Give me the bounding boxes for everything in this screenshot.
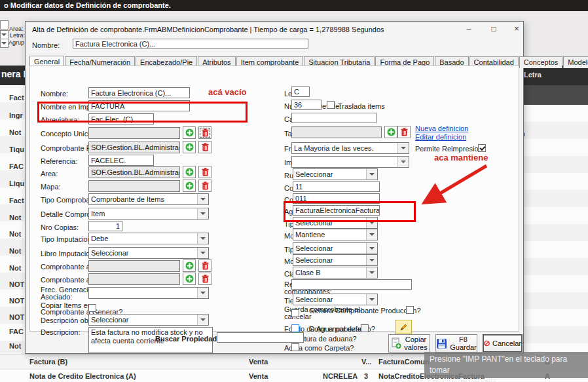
- mapa-input[interactable]: [88, 180, 180, 192]
- mapa-add-button[interactable]: [183, 180, 196, 192]
- libro-imputacion-label: Libro Imputacion:: [41, 250, 96, 258]
- referencia-input[interactable]: FACELEC.: [88, 155, 154, 166]
- background-area-input[interactable]: [0, 20, 9, 29]
- grid-cell-fragment[interactable]: Not: [9, 230, 21, 238]
- concepto-unico-label: Concepto Unico:: [41, 130, 94, 138]
- tipo-comprobante-select[interactable]: Comprobante de Items: [88, 193, 209, 205]
- permite-reimpresion-label: Permite Reimpresion:: [415, 145, 485, 153]
- talonario-input[interactable]: [291, 126, 382, 138]
- grid-cell-fragment[interactable]: Not: [9, 264, 21, 272]
- ref-posibles-input[interactable]: [291, 279, 412, 290]
- concepto-unico-delete-button[interactable]: [198, 126, 211, 139]
- frecuencia-impresion-select[interactable]: La Mayoria de las veces.: [291, 142, 409, 154]
- libro-imputacion-select[interactable]: Seleccionar: [88, 247, 209, 259]
- actua-carpeta-checkbox[interactable]: [291, 343, 299, 351]
- nro-copias-input[interactable]: 1: [88, 221, 122, 231]
- tab-modelos-impresion[interactable]: Modelos/Impresion: [563, 56, 588, 68]
- grid-cell-fragment[interactable]: Not: [9, 214, 21, 221]
- grid-column-letra[interactable]: Letra: [524, 71, 542, 79]
- concepto-unico-input[interactable]: [88, 127, 180, 139]
- grid-cell-fragment[interactable]: Tiqu: [9, 145, 24, 153]
- maximize-button[interactable]: □: [484, 24, 504, 35]
- background-agrup-label: Agrup: [9, 39, 24, 46]
- chevron-down-icon: [397, 143, 409, 153]
- buscar-propiedad-input[interactable]: [217, 332, 304, 343]
- comprobante-padre-input[interactable]: SOF.Gestion.BL.Administracio: [88, 142, 180, 153]
- area-add-button[interactable]: [183, 166, 196, 178]
- talonario-add-button[interactable]: [384, 126, 397, 138]
- mov-stock-destino-select[interactable]: Seleccionar: [293, 254, 378, 266]
- comprobante-cambiar-input[interactable]: [88, 273, 180, 285]
- mov-stock-origen-select[interactable]: Mantiene: [293, 229, 378, 240]
- codigo-input[interactable]: 11: [293, 181, 380, 192]
- comprobante-cambiar-delete-button[interactable]: [198, 273, 211, 285]
- grid-cell-fragment[interactable]: Not: [9, 342, 21, 350]
- frec-generacion-select[interactable]: [88, 287, 209, 299]
- comprobante-padre-delete-button[interactable]: [198, 141, 211, 153]
- comprobante-generar-delete-button[interactable]: [198, 259, 211, 272]
- minimize-button[interactable]: –: [459, 24, 479, 35]
- plus-circle-icon: [185, 128, 194, 137]
- concepto-unico-add-button[interactable]: [183, 126, 196, 139]
- referencia-label: Referencia:: [41, 157, 77, 165]
- imprime-adjuntos-select[interactable]: [291, 156, 409, 168]
- plus-circle-icon: [185, 275, 194, 283]
- detalle-comprobante-select[interactable]: Item: [88, 208, 209, 220]
- plus-circle-icon: [185, 261, 194, 270]
- mapa-delete-button[interactable]: [198, 180, 211, 192]
- tipo-imputacion-select[interactable]: Debe: [88, 233, 209, 244]
- fondo-agua-checkbox[interactable]: [291, 324, 299, 332]
- comprobante-generar-input[interactable]: [88, 260, 180, 272]
- area-delete-button[interactable]: [198, 166, 211, 178]
- nombre-input[interactable]: Factura Electronica (C)...: [88, 87, 190, 98]
- letra-input[interactable]: C: [291, 86, 310, 97]
- grid-cell-fragment[interactable]: NOT: [9, 313, 24, 321]
- grid-cell-fragment[interactable]: FAC: [9, 162, 24, 170]
- grid-cell-fragment[interactable]: Fact: [9, 94, 24, 102]
- grid-cell-fragment[interactable]: Fact: [9, 197, 24, 204]
- comprobante-generar-add-button[interactable]: [183, 259, 196, 272]
- trash-icon: [202, 143, 209, 151]
- grid-cell-fragment[interactable]: Ingr: [9, 111, 23, 119]
- grid-cell-fragment[interactable]: NOT: [9, 280, 24, 288]
- color-encabezado-edit-button[interactable]: [395, 320, 412, 334]
- grid-cell-fragment[interactable]: Not: [9, 247, 21, 255]
- tiene-prioridad-select[interactable]: Seleccionar: [293, 294, 378, 305]
- editar-definicion-link[interactable]: Editar definicion: [415, 133, 466, 141]
- nueva-definicion-link[interactable]: Nueva definicion: [415, 124, 468, 132]
- num-max-input[interactable]: 36: [291, 100, 322, 110]
- comprobante-padre-add-button[interactable]: [183, 141, 196, 153]
- copiar-items-checkbox[interactable]: [88, 304, 96, 312]
- guarda-comprobante-checkbox[interactable]: [291, 309, 299, 317]
- grid-cell-fragment[interactable]: Not: [9, 128, 21, 136]
- trash-icon: [202, 128, 209, 137]
- cancelar-button[interactable]: Cancelar: [483, 334, 523, 353]
- background-agrup-combo[interactable]: [0, 39, 9, 48]
- traslada-items-checkbox[interactable]: [327, 101, 335, 109]
- cancelar-label: Cancelar: [492, 339, 521, 347]
- color-encabezado-swatch[interactable]: [361, 324, 369, 332]
- nombre-dialog-input[interactable]: Factura Electronica (C)...: [73, 39, 308, 48]
- comprobante-cambiar-add-button[interactable]: [183, 273, 196, 285]
- descripcion-obligada-value: Seleccionar: [89, 316, 197, 324]
- frecuencia-impresion-value: La Mayoria de las veces.: [292, 144, 397, 152]
- chevron-down-icon: [1, 33, 7, 36]
- genera-produccion-checkbox[interactable]: [406, 306, 414, 314]
- descripcion-obligada-select[interactable]: Seleccionar: [88, 314, 209, 326]
- grid-cell-fragment[interactable]: Liqu: [9, 180, 24, 187]
- grid-cell-fragment[interactable]: NOT: [9, 297, 24, 305]
- background-letra-combo[interactable]: [0, 30, 9, 39]
- close-button[interactable]: ×: [507, 24, 526, 35]
- tipo-almacen-destino-select[interactable]: Seleccionar: [293, 242, 378, 254]
- clasificacion-select[interactable]: Clase B: [293, 267, 378, 278]
- area-input[interactable]: SOF.Gestion.BL.Administracio: [88, 166, 180, 178]
- rubro-select[interactable]: Seleccionar: [293, 168, 378, 180]
- guardar-button[interactable]: F8 Guardar: [435, 334, 477, 353]
- cantidad-item-input[interactable]: [291, 113, 377, 123]
- permite-reimpresion-checkbox[interactable]: [478, 144, 486, 152]
- talonario-delete-button[interactable]: [397, 126, 411, 138]
- grid-cell-fragment[interactable]: FAC: [9, 328, 24, 335]
- nombre-label: Nombre:: [41, 90, 68, 98]
- tab-conceptos[interactable]: Conceptos: [519, 56, 563, 68]
- copiar-valores-button[interactable]: Copiar valores: [388, 334, 430, 353]
